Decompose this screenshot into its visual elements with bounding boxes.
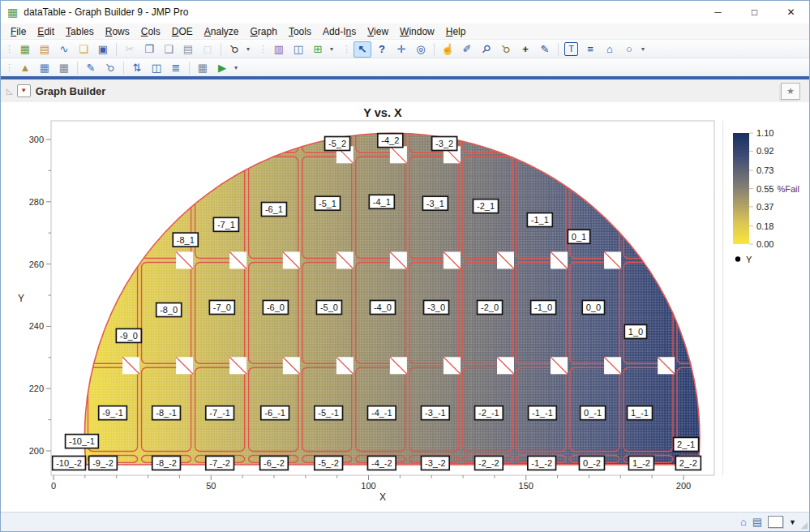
oval-annotation-icon[interactable]: ○: [620, 41, 638, 58]
toolbar-grip[interactable]: ⋮: [5, 63, 14, 72]
join-columns-icon[interactable]: ◫: [148, 60, 165, 76]
new-data-table-icon[interactable]: ▦: [16, 41, 34, 58]
color-well[interactable]: [768, 516, 783, 528]
distribution-icon[interactable]: ▲: [16, 60, 34, 76]
svg-text:0.18: 0.18: [756, 221, 774, 231]
menu-item-rows[interactable]: Rows: [100, 26, 135, 37]
svg-text:0: 0: [51, 481, 56, 491]
numeric-table-icon[interactable]: ▦: [55, 60, 73, 76]
minimize-button[interactable]: ─: [700, 1, 736, 24]
die-label: -1_-1: [532, 408, 553, 418]
sort-columns-icon[interactable]: ⇅: [128, 60, 146, 76]
pencil-tool-icon[interactable]: ✎: [536, 41, 554, 58]
menu-item-addins[interactable]: Add-Ins: [317, 26, 362, 37]
brush-tool-icon[interactable]: ✐: [458, 41, 476, 58]
toolbar-overflow-icon[interactable]: ▾: [641, 45, 645, 53]
grabber-tool-icon[interactable]: ☝: [439, 41, 456, 58]
toolbar-separator: [434, 43, 435, 56]
home-icon[interactable]: ⌂: [740, 517, 747, 527]
toolbar-overflow-icon[interactable]: ▾: [234, 64, 238, 71]
menu-item-view[interactable]: View: [362, 26, 394, 37]
svg-text:200: 200: [29, 446, 44, 456]
line-annotation-icon[interactable]: ≡: [581, 41, 599, 58]
save-icon[interactable]: ▣: [94, 41, 112, 58]
toolbar-grip[interactable]: ⋮: [259, 45, 268, 54]
journal-icon[interactable]: ▤: [179, 41, 197, 58]
crosshair-tool-icon[interactable]: ◎: [412, 41, 430, 58]
copy-icon[interactable]: ❐: [140, 41, 158, 58]
die-label: -6_0: [267, 302, 285, 312]
cut-icon[interactable]: ✂: [121, 41, 139, 58]
svg-text:0.92: 0.92: [756, 146, 774, 156]
status-bar: ⌂▤ ▼ ◢: [1, 512, 809, 531]
die-label: 0_0: [586, 302, 601, 312]
move-tool-icon[interactable]: ✛: [392, 41, 410, 58]
toolbar-separator: [558, 43, 559, 56]
columns-viewer-icon[interactable]: ◫: [289, 41, 307, 58]
run-script-icon[interactable]: ▶: [213, 60, 231, 76]
zoom-tool-icon[interactable]: ⚲: [497, 41, 515, 58]
lock-icon[interactable]: ◻: [199, 41, 216, 58]
data-filmstrip-icon[interactable]: ▥: [270, 41, 288, 58]
svg-text:200: 200: [676, 481, 691, 491]
die-label: 1_0: [628, 327, 643, 337]
menu-item-file[interactable]: File: [5, 26, 32, 37]
jmp-window: ▦ dataTable - Graph Builder 9 - JMP Pro …: [0, 0, 810, 532]
legend[interactable]: 1.100.920.730.55%Fail0.370.180.00Y: [733, 128, 799, 264]
die-label: -8_-1: [156, 408, 177, 418]
menu-item-doe[interactable]: DOE: [166, 26, 199, 37]
disclosure-triangle-icon[interactable]: ◺: [6, 87, 13, 96]
arrow-tool-icon[interactable]: ↖: [354, 41, 371, 58]
add-graph-icon[interactable]: ⊞: [309, 41, 327, 58]
table-search-icon[interactable]: ⚲: [101, 60, 119, 76]
open-icon[interactable]: ❏: [75, 41, 92, 58]
lasso-tool-icon[interactable]: ⚲: [478, 41, 495, 58]
svg-text:100: 100: [361, 481, 375, 491]
die-label: -3_2: [435, 139, 453, 148]
toolbar-overflow-icon[interactable]: ▾: [246, 45, 250, 53]
die-label: -3_0: [427, 302, 445, 312]
new-journal-icon[interactable]: ▤: [36, 41, 54, 58]
crosshair-plus-icon[interactable]: +: [516, 41, 534, 58]
menu-item-cols[interactable]: Cols: [135, 26, 166, 37]
table-toolbar: ⋮▲▦▦✎⚲⇅◫≣▦▶▾: [1, 58, 809, 77]
formula-table-icon[interactable]: ▦: [194, 60, 212, 76]
die-label: -8_-2: [156, 458, 177, 468]
menu-item-edit[interactable]: Edit: [32, 26, 60, 37]
status-dropdown-icon[interactable]: ▼: [789, 518, 796, 526]
die-label: -2_-1: [478, 408, 499, 418]
die-label: -7_1: [217, 220, 235, 230]
maximize-button[interactable]: □: [736, 1, 773, 24]
graph-builder-plot[interactable]: Y vs. X050100150200200220240260280300XY-…: [1, 102, 809, 512]
red-triangle-menu-button[interactable]: ▼: [17, 84, 31, 97]
toolbar-grip[interactable]: ⋮: [5, 45, 14, 54]
close-button[interactable]: ✕: [773, 1, 809, 24]
edit-note-icon[interactable]: ✎: [82, 60, 100, 76]
red-triangle-icon: ▼: [20, 88, 27, 94]
chart-title: Y vs. X: [363, 106, 402, 119]
menu-item-tools[interactable]: Tools: [283, 26, 317, 37]
die-label: -8_1: [177, 235, 195, 245]
menu-item-analyze[interactable]: Analyze: [199, 26, 245, 37]
die-label: -2_-2: [478, 458, 499, 468]
window-title: dataTable - Graph Builder 9 - JMP Pro: [24, 6, 188, 18]
report-icon[interactable]: ▤: [752, 517, 762, 527]
annotate-tool-icon[interactable]: T: [564, 42, 578, 56]
menu-item-help[interactable]: Help: [440, 26, 472, 37]
paste-icon[interactable]: ❑: [160, 41, 178, 58]
help-tool-icon[interactable]: ?: [373, 41, 391, 58]
menu-item-tables[interactable]: Tables: [60, 26, 100, 37]
svg-text:240: 240: [29, 321, 44, 331]
data-table-icon[interactable]: ▦: [36, 60, 54, 76]
publish-report-button[interactable]: ★: [781, 83, 800, 100]
search-icon[interactable]: ⚲: [225, 41, 243, 58]
toolbar-grip[interactable]: ⋮: [342, 45, 351, 54]
menu-item-graph[interactable]: Graph: [245, 26, 283, 37]
polygon-annotation-icon[interactable]: ⌂: [601, 41, 619, 58]
toolbar-overflow-icon[interactable]: ▾: [330, 45, 333, 53]
menu-item-window[interactable]: Window: [394, 26, 440, 37]
legend-series-label: Y: [746, 255, 752, 264]
python-script-icon[interactable]: ∿: [55, 41, 73, 58]
resize-grip-icon[interactable]: ◢: [801, 520, 808, 530]
tree-columns-icon[interactable]: ≣: [167, 60, 185, 76]
